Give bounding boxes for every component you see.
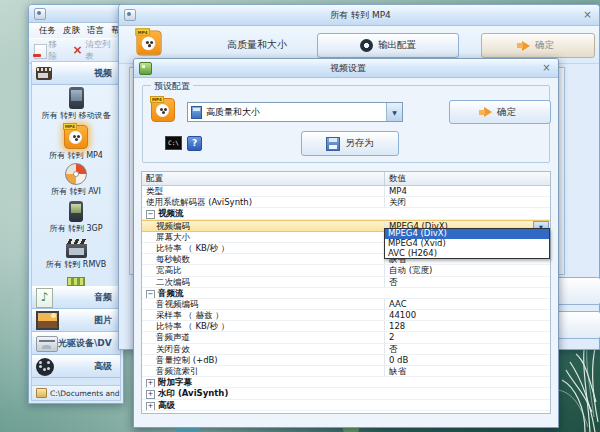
- config-cell: 音频流索引: [142, 366, 385, 376]
- ok-button-dialog[interactable]: 确定: [449, 100, 551, 124]
- dropdown-item[interactable]: MPEG4 (DivX): [385, 229, 549, 239]
- table-row[interactable]: 类型MP4: [142, 186, 550, 197]
- expand-icon[interactable]: +: [146, 379, 155, 387]
- value-text: 128: [389, 321, 405, 331]
- close-icon[interactable]: ×: [581, 9, 594, 21]
- mp4-icon: MP4: [136, 30, 161, 55]
- table-row[interactable]: 关闭音效否: [142, 344, 550, 355]
- group-row[interactable]: +附加字幕: [142, 377, 550, 388]
- arrow-icon: [484, 107, 492, 117]
- dialog-titlebar[interactable]: 视频设置 ×: [134, 59, 558, 78]
- group-row[interactable]: +水印 (AviSynth): [142, 388, 550, 399]
- sidebar-section-2[interactable]: 图片: [32, 309, 120, 332]
- status-bar: C:\Documents and Settings\My: [31, 385, 121, 401]
- preset-combobox[interactable]: 高质量和大小 ▼: [187, 102, 403, 122]
- dialog-title: 视频设置: [156, 62, 540, 75]
- group-cell: +附加字幕: [142, 377, 550, 387]
- disc-icon: [36, 336, 58, 352]
- codec-dropdown-list: MPEG4 (DivX)MPEG4 (Xvid)AVC (H264): [384, 228, 550, 259]
- table-row[interactable]: 采样率 （ 赫兹 ）44100: [142, 310, 550, 321]
- group-cell: +高级: [142, 400, 550, 410]
- group-label: 音频流: [158, 288, 184, 298]
- sidebar-item-label: 所有 转到 AVI: [51, 186, 101, 197]
- table-row[interactable]: 音频声道2: [142, 332, 550, 343]
- sidebar-section-1[interactable]: ♪音频: [32, 286, 120, 309]
- table-row[interactable]: 宽高比自动 (宽度): [142, 265, 550, 276]
- group-label: 高级: [158, 400, 175, 410]
- app-titlebar[interactable]: [29, 5, 123, 23]
- menu-item-0[interactable]: 任务: [37, 25, 58, 37]
- settings-table-header: 配置 数值: [142, 172, 550, 186]
- 3gp-icon: [69, 201, 83, 222]
- expand-icon[interactable]: +: [146, 402, 155, 410]
- sidebar-item[interactable]: 所有 转到 3GP: [32, 201, 120, 239]
- sidebar-item-label: 所有 转到 MP4: [49, 150, 103, 161]
- value-text: AAC: [389, 299, 407, 309]
- help-icon[interactable]: ?: [187, 136, 202, 151]
- config-cell: 类型: [142, 186, 385, 196]
- command-line-icon[interactable]: C:\: [165, 136, 182, 150]
- config-cell: 屏幕大小: [142, 232, 385, 242]
- group-label: 视频流: [158, 208, 184, 218]
- table-row[interactable]: 二次编码否: [142, 277, 550, 288]
- sidebar-section-label: 高级: [54, 360, 112, 373]
- arrow-icon: [522, 41, 530, 51]
- clipped-item-icon: [67, 277, 85, 286]
- group-row[interactable]: +高级: [142, 400, 550, 411]
- remove-file-icon: [34, 44, 47, 59]
- value-text: 0 dB: [389, 355, 408, 365]
- table-row[interactable]: 音量控制 (+dB)0 dB: [142, 355, 550, 366]
- header-config: 配置: [142, 172, 385, 185]
- value-cell: 否: [385, 277, 550, 287]
- converter-titlebar[interactable]: 所有 转到 MP4 ×: [119, 5, 599, 26]
- group-row[interactable]: −音频流: [142, 288, 550, 299]
- close-icon[interactable]: ×: [540, 62, 553, 74]
- table-row[interactable]: 比特率 （ KB/秒 ）128: [142, 321, 550, 332]
- value-cell: 128: [385, 321, 550, 331]
- preset-name-label: 高质量和大小: [227, 38, 287, 52]
- mp4-icon: MP4: [151, 98, 175, 122]
- sidebar-item[interactable]: 所有 转到 移动设备: [32, 87, 120, 125]
- value-cell: 自动 (宽度): [385, 265, 550, 275]
- sidebar-item[interactable]: 所有 转到 RMVB: [32, 239, 120, 277]
- clipped-side-button[interactable]: [553, 277, 600, 305]
- sidebar-section-label: 音频: [53, 291, 112, 304]
- group-row[interactable]: −视频流: [142, 208, 550, 219]
- save-as-label: 另存为: [345, 137, 374, 150]
- preset-combo-value: 高质量和大小: [206, 106, 386, 119]
- avi-icon: [65, 163, 87, 185]
- toolbar-button-label: 移除: [49, 39, 65, 63]
- gear-icon: [360, 39, 373, 52]
- config-cell: 音视频编码: [142, 299, 385, 309]
- menu-bar: 任务皮肤语言帮助: [29, 23, 123, 38]
- table-row[interactable]: 使用系统解码器 (AviSynth)关闭: [142, 197, 550, 208]
- main-app-window: 任务皮肤语言帮助 移除×清空列表 视频所有 转到 移动设备MP4所有 转到 MP…: [28, 4, 124, 404]
- collapse-icon[interactable]: −: [146, 290, 155, 298]
- sidebar-section-4[interactable]: 高级: [32, 355, 120, 378]
- menu-item-1[interactable]: 皮肤: [61, 25, 82, 37]
- sidebar-section-3[interactable]: 光驱设备\DVD\CD: [32, 332, 120, 355]
- value-text: 关闭: [389, 197, 406, 207]
- clipped-side-button[interactable]: [553, 311, 600, 339]
- collapse-icon[interactable]: −: [146, 210, 155, 218]
- ok-button-main[interactable]: 确定: [481, 33, 595, 58]
- menu-item-2[interactable]: 语言: [85, 25, 106, 37]
- save-as-button[interactable]: 另存为: [301, 131, 399, 156]
- output-config-button[interactable]: 输出配置: [317, 33, 459, 58]
- dropdown-item[interactable]: MPEG4 (Xvid): [385, 239, 549, 249]
- expand-icon[interactable]: +: [146, 390, 155, 398]
- sidebar-item[interactable]: 所有 转到 AVI: [32, 163, 120, 201]
- group-cell: −音频流: [142, 288, 550, 298]
- ok-label-dialog: 确定: [497, 106, 516, 119]
- sidebar-item[interactable]: MP4所有 转到 MP4: [32, 125, 120, 163]
- settings-table: 配置 数值 类型MP4使用系统解码器 (AviSynth)关闭−视频流视频编码M…: [141, 171, 551, 414]
- value-text: 44100: [389, 310, 416, 320]
- chevron-down-icon[interactable]: ▼: [386, 103, 402, 121]
- dropdown-item[interactable]: AVC (H264): [385, 249, 549, 259]
- value-cell: 否: [385, 344, 550, 354]
- sidebar-section-0[interactable]: 视频: [32, 62, 120, 85]
- sidebar-items: 所有 转到 移动设备MP4所有 转到 MP4所有 转到 AVI所有 转到 3GP…: [32, 85, 120, 286]
- table-row[interactable]: 音频流索引缺省: [142, 366, 550, 377]
- table-row[interactable]: 音视频编码AAC: [142, 299, 550, 310]
- group-cell: +水印 (AviSynth): [142, 388, 550, 398]
